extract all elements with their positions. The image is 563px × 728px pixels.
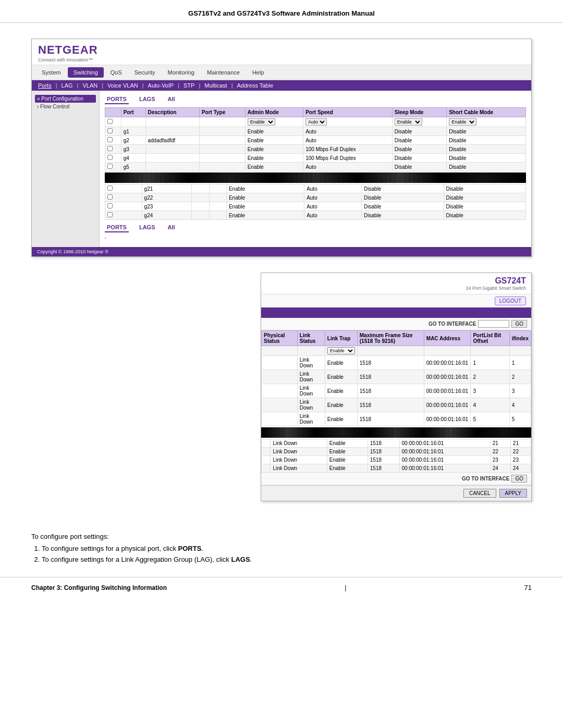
logout-button[interactable]: LOGOUT — [495, 297, 526, 305]
sleep-val: Disable — [362, 211, 444, 220]
speed-val: Auto — [304, 184, 362, 193]
tab-all-bottom[interactable]: All — [165, 223, 177, 232]
port-status-table-lower: Link Down Enable 1518 00:00:00:01:16:01 … — [261, 439, 531, 473]
page-number: 71 — [524, 584, 532, 591]
speed-val: 100 Mbps Full Duplex — [303, 145, 393, 154]
table-row: Link Down Enable 1518 00:00:00:01:16:01 … — [262, 464, 531, 473]
ifindex: 21 — [510, 439, 531, 448]
col-short-cable: Short Cable Mode — [447, 108, 526, 117]
sleep-filter[interactable]: Enable Disable — [395, 118, 422, 126]
gs724t-wrapper: GS724T 24 Port Gigabit Smart Switch LOGO… — [31, 273, 532, 501]
frame-size: 1518 — [368, 464, 399, 473]
nav-security[interactable]: Security — [129, 67, 161, 78]
link-trap: Enable — [325, 384, 357, 398]
portlist: 23 — [490, 456, 510, 464]
frame-size: 1518 — [357, 398, 424, 412]
row-checkbox[interactable] — [107, 194, 113, 200]
subnav-ports[interactable]: Ports — [36, 82, 54, 89]
step1-prefix: To configure settings for a physical por… — [42, 545, 178, 552]
ifindex: 22 — [510, 448, 531, 456]
gs-interface-row: GO TO INTERFACE GO — [261, 318, 531, 330]
speed-val: Auto — [304, 211, 362, 220]
cancel-button[interactable]: CANCEL — [463, 489, 496, 498]
tab-all[interactable]: All — [165, 95, 177, 104]
cable-filter[interactable]: Enable Disable — [449, 118, 476, 126]
apply-button[interactable]: APPLY — [499, 489, 528, 498]
nav-help[interactable]: Help — [247, 67, 270, 78]
subnav-vlan[interactable]: VLAN — [80, 82, 100, 89]
row-checkbox[interactable] — [107, 186, 113, 191]
sidebar-flow-control[interactable]: › Flow Control — [35, 103, 96, 110]
table-row: g23 Enable Auto Disable Disable — [105, 202, 526, 211]
port-table: Port Description Port Type Admin Mode Po… — [105, 107, 526, 171]
interface-input[interactable] — [478, 320, 509, 328]
col-port-speed: Port Speed — [303, 108, 393, 117]
sleep-val: Disable — [392, 154, 446, 163]
select-all-checkbox[interactable] — [107, 119, 113, 124]
nav-monitoring[interactable]: Monitoring — [162, 67, 200, 78]
row-checkbox[interactable] — [107, 212, 113, 217]
table-row: Link Down Enable 1518 00:00:00:01:16:01 … — [262, 384, 531, 398]
col-sleep-mode: Sleep Mode — [392, 108, 446, 117]
gs724t-panel: GS724T 24 Port Gigabit Smart Switch LOGO… — [261, 273, 532, 501]
table-row: g1 Enable Auto Disable Disable — [105, 127, 526, 136]
go-button[interactable]: GO — [511, 320, 527, 328]
ifindex: 23 — [510, 456, 531, 464]
row-checkbox[interactable] — [107, 128, 113, 133]
link-status: Link Down — [271, 439, 327, 448]
mac-address: 00:00:00:01:16:01 — [424, 412, 471, 426]
subnav-lag[interactable]: LAG — [59, 82, 75, 89]
link-status: Link Down — [271, 448, 327, 456]
go-interface-label: GO TO INTERFACE — [429, 321, 476, 327]
mac-address: 00:00:00:01:16:01 — [424, 370, 471, 384]
port-id: g4 — [121, 154, 145, 163]
row-checkbox[interactable] — [107, 146, 113, 151]
sleep-val: Disable — [392, 136, 446, 145]
ifindex: 5 — [509, 412, 531, 426]
subnav-address-table[interactable]: Address Table — [235, 82, 276, 89]
row-checkbox[interactable] — [107, 164, 113, 169]
tab-ports-bottom[interactable]: PORTS — [105, 223, 129, 232]
subnav-multicast[interactable]: Multicast — [202, 82, 229, 89]
subnav-autovoip[interactable]: Auto-VoIP — [146, 82, 176, 89]
col-port-type: Port Type — [199, 108, 245, 117]
tab-lags-bottom[interactable]: LAGS — [137, 223, 157, 232]
nav-qos[interactable]: QoS — [105, 67, 128, 78]
link-trap: Enable — [327, 439, 368, 448]
admin-mode-val: Enable — [226, 193, 304, 202]
step1-suffix: . — [201, 545, 203, 552]
row-checkbox[interactable] — [107, 203, 113, 208]
portlist: 1 — [471, 356, 509, 370]
link-status: Link Down — [297, 370, 325, 384]
page-header: GS716Tv2 and GS724Tv3 Software Administr… — [0, 0, 563, 23]
sidebar-port-config[interactable]: » Port Configuration — [35, 95, 96, 103]
speed-val: Auto — [303, 136, 393, 145]
ifindex: 4 — [509, 398, 531, 412]
link-trap-filter[interactable]: Enable Disable — [327, 347, 355, 354]
sleep-val: Disable — [392, 145, 446, 154]
row-checkbox[interactable] — [107, 137, 113, 142]
nav-system[interactable]: System — [36, 67, 67, 78]
step1-bold: PORTS — [178, 545, 202, 552]
sleep-val: Disable — [392, 127, 446, 136]
subnav-stp[interactable]: STP — [181, 82, 197, 89]
nav-maintenance[interactable]: Maintenance — [201, 67, 246, 78]
admin-mode-val: Enable — [245, 154, 303, 163]
table-row: Link Down Enable 1518 00:00:00:01:16:01 … — [262, 356, 531, 370]
speed-filter[interactable]: Auto — [305, 118, 327, 126]
go-button-bottom[interactable]: GO — [511, 475, 527, 483]
row-checkbox[interactable] — [107, 155, 113, 160]
gs-action-row: CANCEL APPLY — [261, 485, 531, 501]
port-id: g3 — [121, 145, 145, 154]
port-desc — [145, 163, 199, 171]
table-row: Link Down Enable 1518 00:00:00:01:16:01 … — [262, 398, 531, 412]
gs724t-header: GS724T 24 Port Gigabit Smart Switch — [261, 273, 531, 294]
admin-mode-filter[interactable]: Enable Disable — [248, 118, 275, 126]
tab-lags[interactable]: LAGS — [137, 95, 157, 104]
tab-ports[interactable]: PORTS — [105, 95, 129, 104]
sub-nav: Ports | LAG | VLAN | Voice VLAN | Auto-V… — [32, 80, 531, 91]
table-row: g2 addadfadfdf Enable Auto Disable Disab… — [105, 136, 526, 145]
cable-val: Disable — [444, 211, 526, 220]
subnav-voice-vlan[interactable]: Voice VLAN — [105, 82, 140, 89]
nav-switching[interactable]: Switching — [68, 67, 104, 78]
